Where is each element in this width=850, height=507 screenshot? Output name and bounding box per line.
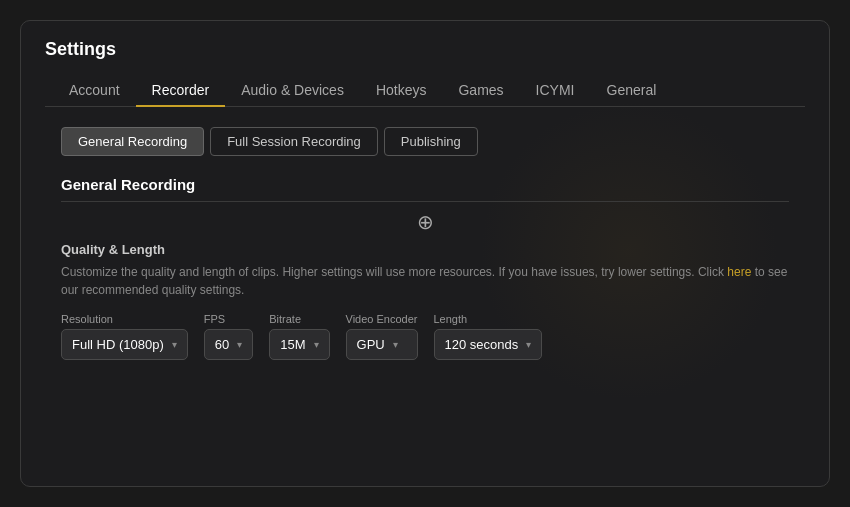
dropdown-group-fps: FPS60▾ <box>204 313 253 360</box>
nav-tab-hotkeys[interactable]: Hotkeys <box>360 74 443 106</box>
dropdown-value-length: 120 seconds <box>445 337 519 352</box>
dropdown-label-length: Length <box>434 313 543 325</box>
settings-window: Settings AccountRecorderAudio & DevicesH… <box>20 20 830 487</box>
dropdowns-row: ResolutionFull HD (1080p)▾FPS60▾Bitrate1… <box>61 313 789 360</box>
move-icon-area: ⊕ <box>61 210 789 234</box>
page-title: Settings <box>45 39 805 60</box>
title-bar: Settings AccountRecorderAudio & DevicesH… <box>21 21 829 107</box>
nav-tab-icymi[interactable]: ICYMI <box>520 74 591 106</box>
section-title: General Recording <box>61 176 789 202</box>
move-icon: ⊕ <box>417 210 434 234</box>
main-content: General RecordingFull Session RecordingP… <box>21 107 829 486</box>
nav-tab-general[interactable]: General <box>591 74 673 106</box>
nav-tab-games[interactable]: Games <box>442 74 519 106</box>
nav-tab-recorder[interactable]: Recorder <box>136 74 226 106</box>
recommended-link[interactable]: here <box>727 265 751 279</box>
dropdown-group-bitrate: Bitrate15M▾ <box>269 313 329 360</box>
dropdown-group-video-encoder: Video EncoderGPU▾ <box>346 313 418 360</box>
dropdown-value-fps: 60 <box>215 337 229 352</box>
chevron-down-icon: ▾ <box>314 339 319 350</box>
chevron-down-icon: ▾ <box>237 339 242 350</box>
dropdown-group-resolution: ResolutionFull HD (1080p)▾ <box>61 313 188 360</box>
dropdown-resolution[interactable]: Full HD (1080p)▾ <box>61 329 188 360</box>
sub-tab-full-session[interactable]: Full Session Recording <box>210 127 378 156</box>
dropdown-label-video-encoder: Video Encoder <box>346 313 418 325</box>
chevron-down-icon: ▾ <box>526 339 531 350</box>
sub-tab-general-recording[interactable]: General Recording <box>61 127 204 156</box>
dropdown-bitrate[interactable]: 15M▾ <box>269 329 329 360</box>
dropdown-video-encoder[interactable]: GPU▾ <box>346 329 418 360</box>
nav-tab-audio-devices[interactable]: Audio & Devices <box>225 74 360 106</box>
dropdown-label-fps: FPS <box>204 313 253 325</box>
quality-group: Quality & Length Customize the quality a… <box>61 242 789 360</box>
nav-tab-account[interactable]: Account <box>69 74 136 106</box>
sub-tabs: General RecordingFull Session RecordingP… <box>61 127 789 156</box>
description-text-1: Customize the quality and length of clip… <box>61 265 727 279</box>
dropdown-label-bitrate: Bitrate <box>269 313 329 325</box>
dropdown-value-resolution: Full HD (1080p) <box>72 337 164 352</box>
chevron-down-icon: ▾ <box>393 339 398 350</box>
dropdown-group-length: Length120 seconds▾ <box>434 313 543 360</box>
dropdown-length[interactable]: 120 seconds▾ <box>434 329 543 360</box>
sub-tab-publishing[interactable]: Publishing <box>384 127 478 156</box>
dropdown-value-bitrate: 15M <box>280 337 305 352</box>
dropdown-label-resolution: Resolution <box>61 313 188 325</box>
dropdown-value-video-encoder: GPU <box>357 337 385 352</box>
quality-label: Quality & Length <box>61 242 789 257</box>
quality-description: Customize the quality and length of clip… <box>61 263 789 299</box>
chevron-down-icon: ▾ <box>172 339 177 350</box>
nav-tabs: AccountRecorderAudio & DevicesHotkeysGam… <box>45 74 805 107</box>
dropdown-fps[interactable]: 60▾ <box>204 329 253 360</box>
